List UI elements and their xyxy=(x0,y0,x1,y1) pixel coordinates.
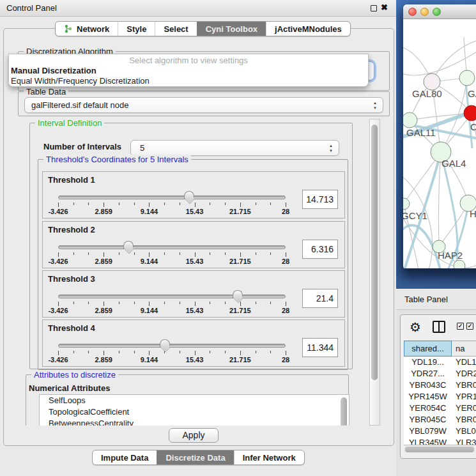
cell-name[interactable]: YBR0 xyxy=(452,380,476,391)
close-icon[interactable]: ✖ xyxy=(381,3,388,12)
cell-shared-name[interactable]: YDR27... xyxy=(404,368,452,380)
gear-icon[interactable]: ⚙ xyxy=(410,318,421,336)
float-window-icon[interactable] xyxy=(371,5,377,12)
threshold-value-input[interactable]: 6.316 xyxy=(302,240,338,259)
threshold-slider[interactable]: -3.4262.8599.14415.4321.71528 xyxy=(58,194,286,215)
network-node-G[interactable] xyxy=(459,70,475,86)
slider-thumb[interactable] xyxy=(233,290,243,298)
network-node-label: H xyxy=(470,208,476,219)
tick-mark xyxy=(180,351,180,353)
threshold-value-input[interactable]: 11.344 xyxy=(302,338,338,357)
tick-mark xyxy=(225,302,226,304)
tick-label: -3.426 xyxy=(48,257,68,265)
table-hscrollbar[interactable] xyxy=(404,445,476,453)
tick-mark xyxy=(240,203,241,207)
tab-impute-data[interactable]: Impute Data xyxy=(93,450,157,464)
column-header-name[interactable]: na xyxy=(452,341,476,357)
threshold-box: Threshold 2-3.4262.8599.14415.4321.71528… xyxy=(42,221,345,268)
column-header-shared[interactable]: shared... xyxy=(404,341,452,357)
slider-track[interactable] xyxy=(58,295,286,298)
cell-name[interactable]: YER0 xyxy=(452,403,476,414)
tab-discretize-data[interactable]: Discretize Data xyxy=(157,450,233,464)
scrollbar-thumb[interactable] xyxy=(371,125,378,380)
table-row[interactable]: YPR145WYPR1 xyxy=(404,391,476,403)
slider-track[interactable] xyxy=(58,196,286,199)
panel-title: Control Panel xyxy=(6,0,57,16)
cell-shared-name[interactable]: YBL079W xyxy=(404,426,452,437)
table-data-combobox[interactable]: galFiltered.sif default node ▲▼ xyxy=(24,97,383,113)
close-traffic-light[interactable] xyxy=(408,8,417,16)
network-view-window: GAL80GACGAL11GAL4GCY1HHAP2 xyxy=(403,4,476,268)
cell-name[interactable]: YLR3 xyxy=(452,437,476,445)
scrollbar-thumb[interactable] xyxy=(341,397,347,426)
table-row[interactable]: YDL19...YDL1 xyxy=(404,357,476,368)
network-node-node9[interactable] xyxy=(454,260,465,268)
table-rows: YDL19...YDL1YDR27...YDR2YBR043CYBR0YPR14… xyxy=(404,357,476,445)
tab-select[interactable]: Select xyxy=(155,22,196,36)
select-columns-icon[interactable]: ✓ ✓ xyxy=(457,323,473,330)
network-edge[interactable] xyxy=(438,152,441,247)
cell-shared-name[interactable]: YDL19... xyxy=(404,357,452,368)
table-row[interactable]: YDR27...YDR2 xyxy=(404,368,476,380)
threshold-label: Threshold 3 xyxy=(48,274,95,284)
attribute-list-item[interactable]: BetweennessCentrality xyxy=(40,418,349,426)
threshold-slider[interactable]: -3.4262.8599.14415.4321.71528 xyxy=(58,243,286,265)
cell-shared-name[interactable]: YLR345W xyxy=(404,437,452,445)
table-row[interactable]: YLR345WYLR3 xyxy=(404,437,476,445)
checkbox-icon: ✓ xyxy=(457,323,464,330)
table-row[interactable]: YBL079WYBL0 xyxy=(404,426,476,437)
attributes-scrollbar[interactable] xyxy=(341,396,348,426)
tick-mark xyxy=(88,203,89,205)
network-node-label: GAL4 xyxy=(441,158,466,169)
threshold-slider[interactable]: -3.4262.8599.14415.4321.71528 xyxy=(58,293,286,314)
threshold-value-input[interactable]: 21.4 xyxy=(302,289,338,308)
cell-name[interactable]: YDL1 xyxy=(452,357,476,368)
dropdown-option-equal-width[interactable]: Equal Width/Frequency Discretization xyxy=(11,76,150,86)
cell-name[interactable]: YBR0 xyxy=(452,414,476,426)
apply-button[interactable]: Apply xyxy=(169,428,219,443)
dropdown-option-manual[interactable]: Manual Discretization xyxy=(11,66,96,75)
tab-network[interactable]: Network xyxy=(56,22,118,36)
table-row[interactable]: YBR045CYBR0 xyxy=(404,414,476,426)
split-columns-icon[interactable] xyxy=(433,321,445,333)
tab-label: Cyni Toolbox xyxy=(206,24,257,34)
network-node-GAL11[interactable] xyxy=(403,112,417,128)
tab-label: Infer Network xyxy=(243,453,296,463)
tab-cyni-toolbox[interactable]: Cyni Toolbox xyxy=(197,22,266,36)
tick-mark xyxy=(73,351,74,353)
cell-shared-name[interactable]: YBR043C xyxy=(404,380,452,391)
table-row[interactable]: YER054CYER0 xyxy=(404,403,476,414)
tab-infer-network[interactable]: Infer Network xyxy=(234,450,304,464)
number-of-intervals-combobox[interactable]: 5 ▲▼ xyxy=(130,140,339,156)
tab-style[interactable]: Style xyxy=(118,22,155,36)
table-row[interactable]: YBR043CYBR0 xyxy=(404,380,476,391)
cell-name[interactable]: YDR2 xyxy=(452,368,476,380)
slider-track[interactable] xyxy=(58,344,286,348)
threshold-value-input[interactable]: 14.713 xyxy=(302,190,338,209)
panel-scrollbar[interactable] xyxy=(369,119,380,426)
threshold-slider[interactable]: -3.4262.8599.14415.4321.71528 xyxy=(58,342,286,364)
tick-label: -3.426 xyxy=(48,307,68,314)
tick-mark xyxy=(104,252,104,257)
numerical-attributes-list[interactable]: SelfLoopsTopologicalCoefficientBetweenne… xyxy=(39,394,349,426)
cell-shared-name[interactable]: YBR045C xyxy=(404,414,452,426)
attribute-list-item[interactable]: SelfLoops xyxy=(40,395,349,406)
slider-thumb[interactable] xyxy=(184,191,194,199)
minimize-traffic-light[interactable] xyxy=(420,8,429,16)
slider-tick-labels: -3.4262.8599.14415.4321.71528 xyxy=(58,208,286,215)
slider-thumb[interactable] xyxy=(123,241,134,249)
slider-thumb[interactable] xyxy=(160,339,170,348)
network-node-red[interactable] xyxy=(464,105,476,121)
cell-name[interactable]: YPR1 xyxy=(452,391,476,403)
network-canvas[interactable]: GAL80GACGAL11GAL4GCY1HHAP2 xyxy=(403,19,476,268)
cell-name[interactable]: YBL0 xyxy=(452,426,476,437)
cell-shared-name[interactable]: YER054C xyxy=(404,403,452,414)
network-window-titlebar[interactable] xyxy=(403,4,476,19)
attribute-list-item[interactable]: TopologicalCoefficient xyxy=(40,406,349,418)
tab-jactivemnodules[interactable]: jActiveMNodules xyxy=(266,22,350,36)
cell-shared-name[interactable]: YPR145W xyxy=(404,391,452,403)
network-node-GCY1[interactable] xyxy=(403,198,410,210)
scrollbar-thumb[interactable] xyxy=(405,447,474,452)
slider-track[interactable] xyxy=(58,245,286,249)
zoom-traffic-light[interactable] xyxy=(433,8,441,16)
